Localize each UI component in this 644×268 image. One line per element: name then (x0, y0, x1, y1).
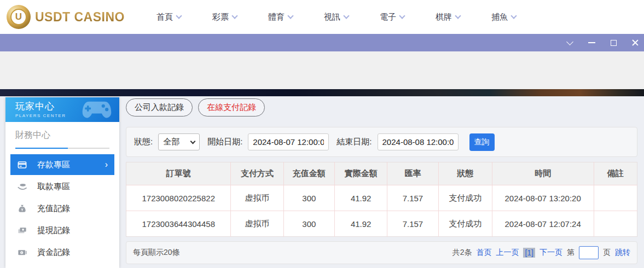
close-icon (632, 39, 639, 46)
gamepad-icon (81, 100, 113, 119)
status-label: 狀態: (134, 137, 153, 147)
nav-item-2[interactable]: 體育 (268, 12, 293, 22)
record-tabs: 公司入款記錄在線支付記錄 (126, 98, 637, 116)
withdraw-hand-icon (17, 182, 27, 192)
search-button[interactable]: 查詢 (469, 133, 495, 151)
cell-1-1: 虚拟币 (231, 211, 283, 237)
collapse-icon (566, 38, 573, 45)
page-jump-input[interactable] (579, 246, 599, 259)
first-page-link[interactable]: 首页 (476, 248, 491, 258)
table-row-1: 1723003644304458虚拟币30041.927.157支付成功2024… (126, 211, 637, 237)
deposit-card-icon (17, 160, 27, 170)
nav-item-label: 電子 (380, 12, 396, 22)
nav-item-label: 棋牌 (436, 12, 452, 22)
current-page[interactable]: [1] (523, 248, 535, 258)
page-size-text: 每頁顯示20條 (133, 248, 180, 258)
collapse-icon[interactable] (565, 38, 574, 47)
logo-letter: U (10, 9, 27, 25)
cell-0-1: 虚拟币 (231, 185, 283, 211)
tab-0[interactable]: 公司入款記錄 (126, 98, 193, 116)
brand-logo[interactable]: U USDT CASINO (7, 5, 125, 29)
window-title-bar (0, 34, 644, 51)
nav-item-label: 首頁 (156, 12, 173, 22)
nav-item-1[interactable]: 彩票 (212, 12, 237, 22)
main-nav: 首頁彩票體育視訊電子棋牌捕魚 (156, 12, 516, 22)
status-select-value: 全部 (163, 137, 179, 147)
cell-0-4: 7.157 (387, 185, 438, 211)
jump-button[interactable]: 跳转 (615, 248, 630, 258)
nav-item-label: 捕魚 (491, 12, 508, 22)
cell-0-5: 支付成功 (438, 185, 492, 211)
page: U USDT CASINO 首頁彩票體育視訊電子棋牌捕魚 玩家中心 PLAYER… (0, 0, 644, 268)
cell-1-4: 7.157 (387, 211, 438, 237)
chevron-down-icon (287, 13, 293, 19)
sidebar-header: 玩家中心 PLAYERS CENTER (5, 97, 119, 122)
sidebar-menu: 存款專區›取款專區充值記錄提現記錄資金記錄 (5, 154, 119, 263)
prev-page-link[interactable]: 上一页 (496, 248, 519, 258)
table-body: 1723008020225822虚拟币30041.927.157支付成功2024… (126, 185, 637, 237)
sidebar: 玩家中心 PLAYERS CENTER 財務中心 存款專區›取款專區充值記錄提現… (5, 97, 119, 268)
sidebar-item-4[interactable]: 資金記錄 (10, 242, 114, 263)
nav-item-4[interactable]: 電子 (380, 12, 404, 22)
pager-controls: 共2条 首页 上一页 [1] 下一页 第 页 跳转 (452, 246, 630, 259)
end-date-input[interactable] (378, 133, 459, 150)
cell-1-0: 1723003644304458 (126, 211, 231, 237)
cell-0-3: 41.92 (335, 185, 387, 211)
maximize-icon (611, 40, 617, 46)
cell-0-6: 2024-08-07 13:20:20 (492, 185, 594, 211)
column-header-3: 實際金額 (335, 162, 387, 185)
filter-bar: 狀態: 全部 開始日期: 結束日期: 查詢 (126, 127, 637, 157)
cell-1-7 (594, 211, 637, 237)
column-header-0: 訂單號 (126, 162, 231, 185)
chevron-down-icon (399, 13, 405, 19)
column-header-4: 匯率 (387, 162, 438, 185)
sidebar-section: 財務中心 (5, 122, 119, 149)
sidebar-item-2[interactable]: 充值記錄 (10, 198, 114, 219)
sidebar-item-label: 充值記錄 (37, 203, 70, 214)
cell-0-7 (594, 185, 637, 211)
nav-item-label: 視訊 (324, 12, 340, 22)
sidebar-section-underline (15, 148, 109, 149)
funds-icon (17, 247, 27, 258)
jump-suffix-label: 页 (603, 248, 611, 258)
maximize-icon[interactable] (609, 38, 618, 47)
nav-item-0[interactable]: 首頁 (156, 12, 181, 22)
banner-strip (0, 89, 644, 96)
close-icon[interactable] (631, 38, 640, 47)
table-row-0: 1723008020225822虚拟币30041.927.157支付成功2024… (126, 185, 637, 211)
nav-item-5[interactable]: 棋牌 (436, 12, 460, 22)
sidebar-item-3[interactable]: 提現記錄 (10, 220, 114, 241)
chevron-down-icon (510, 13, 517, 19)
empty-banner-area (0, 51, 644, 89)
start-date-input[interactable] (248, 133, 329, 150)
total-count: 共2条 (452, 248, 472, 258)
nav-item-3[interactable]: 視訊 (324, 12, 349, 22)
money-bag-icon (17, 203, 27, 214)
top-navbar: U USDT CASINO 首頁彩票體育視訊電子棋牌捕魚 (0, 0, 644, 34)
chevron-right-icon: › (105, 160, 108, 169)
cell-0-2: 300 (283, 185, 334, 211)
sidebar-item-1[interactable]: 取款專區 (10, 176, 114, 197)
minimize-icon[interactable] (587, 38, 596, 47)
nav-item-label: 體育 (268, 12, 285, 22)
column-header-2: 充值金額 (283, 162, 334, 185)
jump-prefix-label: 第 (567, 248, 575, 258)
chevron-down-icon (455, 13, 461, 19)
main-panel: 公司入款記錄在線支付記錄 狀態: 全部 開始日期: 結束日期: 查詢 訂單號支付… (126, 98, 637, 264)
content-area: 玩家中心 PLAYERS CENTER 財務中心 存款專區›取款專區充值記錄提現… (0, 96, 644, 268)
sidebar-item-label: 資金記錄 (37, 247, 70, 258)
sidebar-item-label: 提現記錄 (37, 225, 70, 236)
chevron-down-icon (176, 13, 182, 19)
table-header-row: 訂單號支付方式充值金額實際金額匯率狀態時間備註 (126, 162, 637, 185)
status-select[interactable]: 全部 (158, 133, 200, 150)
chevron-down-icon (343, 13, 349, 19)
column-header-7: 備註 (594, 162, 637, 185)
chevron-down-icon (231, 13, 237, 19)
tab-1[interactable]: 在線支付記錄 (198, 98, 265, 116)
cell-1-5: 支付成功 (438, 211, 492, 237)
next-page-link[interactable]: 下一页 (539, 248, 562, 258)
sidebar-item-label: 存款專區 (37, 160, 70, 170)
end-date-label: 結束日期: (336, 137, 372, 147)
sidebar-item-0[interactable]: 存款專區› (10, 154, 114, 175)
nav-item-6[interactable]: 捕魚 (491, 12, 516, 22)
